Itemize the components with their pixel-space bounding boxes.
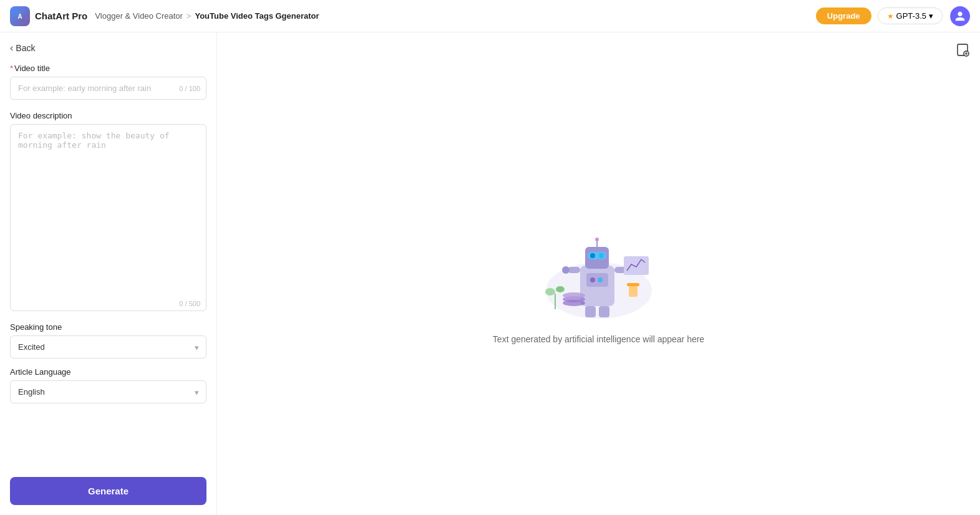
speaking-tone-label: Speaking tone bbox=[10, 322, 206, 332]
left-panel: ‹ Back *Video title 0 / 100 Video descri… bbox=[0, 32, 217, 515]
video-description-char-count: 0 / 500 bbox=[179, 300, 200, 307]
empty-state: Text generated by artificial intelligenc… bbox=[227, 60, 970, 505]
svg-rect-22 bbox=[599, 306, 609, 317]
gpt-label: GPT-3.5 bbox=[896, 11, 926, 21]
app-logo: A bbox=[10, 6, 30, 26]
svg-point-19 bbox=[590, 277, 595, 282]
back-label: Back bbox=[16, 43, 35, 53]
video-title-char-count: 0 / 100 bbox=[179, 85, 200, 92]
svg-point-20 bbox=[598, 277, 603, 282]
svg-point-11 bbox=[599, 253, 604, 258]
svg-point-28 bbox=[556, 286, 565, 292]
gpt-star-icon: ★ bbox=[887, 12, 894, 21]
svg-rect-21 bbox=[585, 306, 596, 317]
svg-rect-25 bbox=[627, 283, 639, 286]
video-description-label: Video description bbox=[10, 111, 206, 120]
app-name: ChatArt Pro bbox=[35, 11, 87, 21]
back-button[interactable]: ‹ Back bbox=[10, 42, 206, 54]
gpt-model-button[interactable]: ★ GPT-3.5 ▾ bbox=[878, 7, 943, 24]
svg-point-27 bbox=[545, 288, 555, 296]
article-language-select-wrap: English Spanish French German Chinese Ja… bbox=[10, 380, 206, 403]
video-title-label: *Video title bbox=[10, 64, 206, 73]
svg-point-31 bbox=[563, 292, 585, 299]
logo-area: A ChatArt Pro bbox=[10, 6, 87, 26]
right-panel: Text generated by artificial intelligenc… bbox=[217, 32, 980, 515]
video-title-input[interactable] bbox=[10, 77, 206, 100]
topnav: A ChatArt Pro Vlogger & Video Creator > … bbox=[0, 0, 980, 32]
required-asterisk: * bbox=[10, 64, 13, 73]
svg-point-16 bbox=[562, 266, 570, 274]
speaking-tone-select[interactable]: Excited Calm Professional Casual Funny bbox=[10, 335, 206, 359]
main-layout: ‹ Back *Video title 0 / 100 Video descri… bbox=[0, 32, 980, 515]
breadcrumb-parent: Vlogger & Video Creator bbox=[95, 11, 183, 21]
generate-button[interactable]: Generate bbox=[10, 477, 206, 505]
empty-state-text: Text generated by artificial intelligenc… bbox=[493, 334, 704, 344]
svg-point-10 bbox=[590, 253, 595, 258]
article-language-select[interactable]: English Spanish French German Chinese Ja… bbox=[10, 380, 206, 403]
back-chevron-icon: ‹ bbox=[10, 42, 13, 54]
video-description-field: 0 / 500 bbox=[10, 124, 206, 314]
svg-rect-23 bbox=[624, 256, 649, 275]
video-title-field: 0 / 100 bbox=[10, 77, 206, 100]
svg-rect-18 bbox=[586, 273, 608, 287]
article-language-label: Article Language bbox=[10, 367, 206, 377]
svg-point-13 bbox=[595, 238, 599, 241]
avatar[interactable] bbox=[950, 6, 970, 26]
save-icon-button[interactable] bbox=[955, 42, 970, 60]
speaking-tone-select-wrap: Excited Calm Professional Casual Funny ▾ bbox=[10, 335, 206, 359]
breadcrumb-current: YouTube Video Tags Ggenerator bbox=[195, 11, 319, 21]
upgrade-button[interactable]: Upgrade bbox=[816, 7, 871, 24]
chevron-down-icon: ▾ bbox=[929, 11, 933, 21]
robot-illustration bbox=[536, 222, 661, 322]
svg-text:A: A bbox=[17, 13, 22, 20]
breadcrumb-separator: > bbox=[187, 11, 192, 21]
breadcrumb: Vlogger & Video Creator > YouTube Video … bbox=[95, 11, 319, 21]
video-description-input[interactable] bbox=[10, 124, 206, 311]
